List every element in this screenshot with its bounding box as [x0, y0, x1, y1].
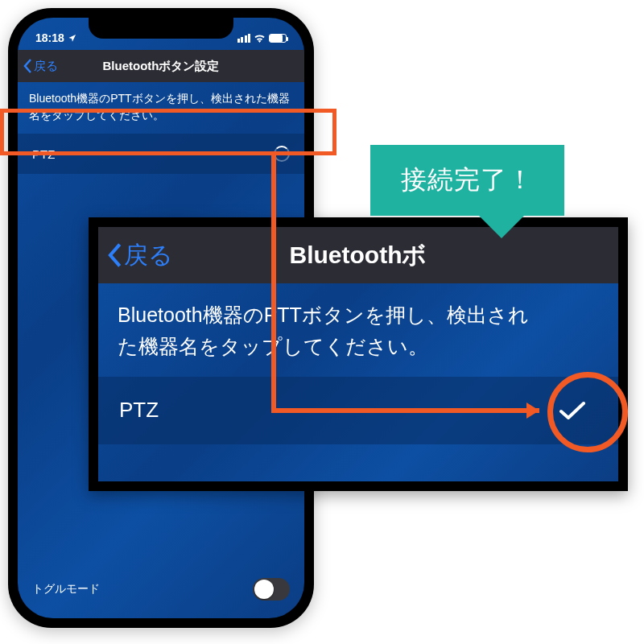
zoom-device-name: PTZ: [119, 398, 159, 423]
chevron-left-icon: [23, 58, 32, 74]
zoom-page-title: Bluetoothボ: [290, 239, 427, 272]
location-icon: [68, 34, 76, 43]
chevron-left-icon: [106, 241, 122, 270]
toggle-label: トグルモード: [32, 582, 100, 597]
device-name: PTZ: [32, 147, 55, 161]
wifi-icon: [254, 34, 266, 43]
zoom-instructions: Bluetooth機器のPTTボタンを押し、検出され た機器名をタップしてくださ…: [98, 283, 618, 377]
zoom-device-row[interactable]: PTZ: [98, 377, 618, 444]
status-left: 18:18: [35, 31, 76, 44]
zoom-instructions-line1: Bluetooth機器のPTTボタンを押し、検出され: [118, 303, 529, 326]
zoom-nav-bar: 戻る Bluetoothボ: [98, 227, 618, 283]
zoom-panel: 戻る Bluetoothボ Bluetooth機器のPTTボタンを押し、検出され…: [89, 217, 628, 491]
device-row[interactable]: PTZ: [18, 134, 304, 174]
status-right: [237, 34, 287, 43]
phone-notch: [89, 18, 233, 39]
callout-text: 接続完了！: [370, 145, 564, 216]
callout-tail-icon: [477, 214, 526, 238]
page-title: Bluetoothボタン設定: [103, 59, 220, 74]
status-time: 18:18: [35, 31, 64, 44]
checkmark-icon: [559, 400, 586, 421]
nav-bar: 戻る Bluetoothボタン設定: [18, 50, 304, 82]
callout: 接続完了！: [370, 145, 564, 216]
back-button[interactable]: 戻る: [23, 50, 58, 82]
toggle-row: トグルモード: [18, 578, 304, 601]
battery-icon: [269, 34, 287, 43]
instructions-text: Bluetooth機器のPTTボタンを押し、検出された機器名をタップしてください…: [18, 82, 304, 134]
loading-spinner-icon: [274, 146, 290, 162]
toggle-switch[interactable]: [253, 578, 290, 601]
back-label: 戻る: [34, 59, 58, 74]
signal-icon: [237, 34, 251, 43]
zoom-back-button[interactable]: 戻る: [106, 227, 173, 283]
zoom-back-label: 戻る: [124, 239, 173, 272]
zoom-instructions-line2: た機器名をタップしてください。: [118, 335, 428, 357]
